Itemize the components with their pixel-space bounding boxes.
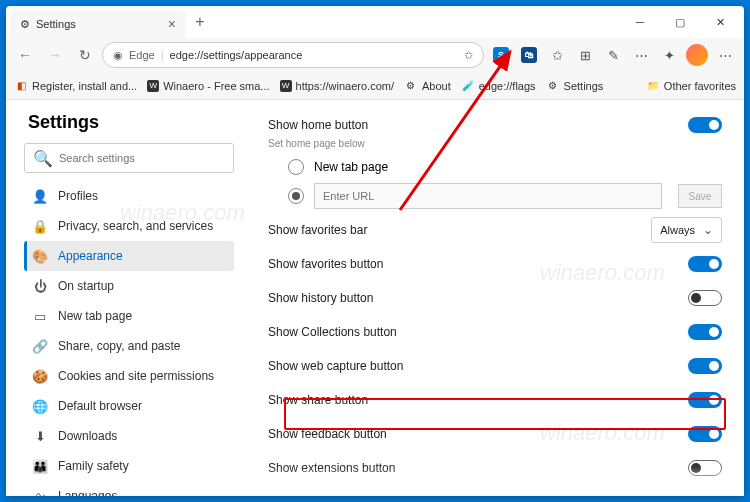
extensions-icon[interactable]: ✦ [656,42,682,68]
close-window-button[interactable]: ✕ [700,8,740,36]
sidebar-label: Family safety [58,459,129,473]
settings-title: Settings [24,112,246,133]
setting-label: Show Collections button [268,325,688,339]
minimize-button[interactable]: ─ [620,8,660,36]
bookmark-item[interactable]: 🧪edge://flags [461,79,536,93]
bookmark-item[interactable]: ⚙About [404,79,451,93]
history-icon[interactable]: ⋯ [628,42,654,68]
sidebar-label: Default browser [58,399,142,413]
home-url-input[interactable] [314,183,662,209]
toggle[interactable] [688,324,722,340]
toolbar-shopping-icon[interactable]: 🛍 [516,42,542,68]
sidebar-label: New tab page [58,309,132,323]
edge-icon: ◉ [113,49,123,62]
sidebar-item[interactable]: 👪Family safety [24,451,234,481]
setting-label: Show extensions button [268,461,688,475]
profile-avatar[interactable] [684,42,710,68]
sidebar-icon: ⬇ [32,429,48,444]
webcapture-icon[interactable]: ✎ [600,42,626,68]
sidebar-item[interactable]: 👤Profiles [24,181,234,211]
toggle-row: Show favorites button [268,247,722,281]
sidebar-item[interactable]: ▭New tab page [24,301,234,331]
titlebar: ⚙ Settings × + ─ ▢ ✕ [6,6,744,38]
sidebar-item[interactable]: ⏻On startup [24,271,234,301]
sidebar-label: Cookies and site permissions [58,369,214,383]
back-button[interactable]: ← [12,42,38,68]
setting-label: Show feedback button [268,427,688,441]
sidebar-label: Languages [58,489,117,496]
sidebar-item[interactable]: ⬇Downloads [24,421,234,451]
menu-icon[interactable]: ⋯ [712,42,738,68]
sidebar-item[interactable]: 🗛Languages [24,481,234,496]
toggle[interactable] [688,256,722,272]
sidebar-icon: 🌐 [32,399,48,414]
home-button-toggle[interactable] [688,117,722,133]
sidebar-label: Share, copy, and paste [58,339,181,353]
toggle[interactable] [688,392,722,408]
favorites-icon[interactable]: ✩ [544,42,570,68]
maximize-button[interactable]: ▢ [660,8,700,36]
sidebar-label: Appearance [58,249,123,263]
bookmark-item[interactable]: Whttps://winaero.com/ [280,80,394,92]
sidebar-icon: ▭ [32,309,48,324]
sidebar-item[interactable]: 🌐Default browser [24,391,234,421]
toggle-row: Show history button [268,281,722,315]
sidebar-icon: 🎨 [32,249,48,264]
toggle-row: Show feedback button [268,417,722,451]
sidebar-icon: 🗛 [32,489,48,497]
sidebar-item[interactable]: 🔗Share, copy, and paste [24,331,234,361]
sidebar-icon: 👪 [32,459,48,474]
settings-sidebar: Settings 🔍 👤Profiles🔒Privacy, search, an… [6,100,246,496]
setting-label: Show home button [268,118,688,132]
toggle-row: Show Collections button [268,315,722,349]
sidebar-icon: 👤 [32,189,48,204]
sidebar-icon: 🔗 [32,339,48,354]
toggle-row: Show web capture button [268,349,722,383]
other-favorites[interactable]: 📁Other favorites [646,79,736,93]
sidebar-label: Privacy, search, and services [58,219,213,233]
toolbar-skype-icon[interactable]: S [488,42,514,68]
setting-label: Show favorites bar [268,223,651,237]
search-icon: 🔍 [33,149,53,168]
favorites-bar-dropdown[interactable]: Always [651,217,722,243]
save-button[interactable]: Save [678,184,722,208]
url-field[interactable]: ◉ Edge | edge://settings/appearance ✩ [102,42,484,68]
address-bar: ← → ↻ ◉ Edge | edge://settings/appearanc… [6,38,744,72]
browser-tab[interactable]: ⚙ Settings × [10,10,186,38]
sidebar-icon: 🔒 [32,219,48,234]
sidebar-item[interactable]: 🔒Privacy, search, and services [24,211,234,241]
search-settings[interactable]: 🔍 [24,143,234,173]
toggle[interactable] [688,290,722,306]
sidebar-label: On startup [58,279,114,293]
setting-sublabel: Set home page below [268,138,722,149]
toggle[interactable] [688,460,722,476]
toggle-row: Show extensions button [268,451,722,485]
radio-newtab[interactable] [288,159,304,175]
toggle-row: Show share button [268,383,722,417]
toggle[interactable] [688,426,722,442]
sidebar-item[interactable]: 🍪Cookies and site permissions [24,361,234,391]
setting-label: Show favorites button [268,257,688,271]
search-input[interactable] [59,152,225,164]
toggle[interactable] [688,358,722,374]
sidebar-label: Downloads [58,429,117,443]
radio-url[interactable] [288,188,304,204]
bookmark-item[interactable]: ◧Register, install and... [14,79,137,93]
sidebar-item[interactable]: 🎨Appearance [24,241,234,271]
forward-button[interactable]: → [42,42,68,68]
bookmark-item[interactable]: WWinaero - Free sma... [147,80,269,92]
url-prefix: Edge [129,49,155,61]
close-tab-icon[interactable]: × [168,16,176,32]
new-tab-button[interactable]: + [186,13,214,31]
refresh-button[interactable]: ↻ [72,42,98,68]
sidebar-icon: 🍪 [32,369,48,384]
collections-icon[interactable]: ⊞ [572,42,598,68]
setting-label: Show web capture button [268,359,688,373]
sidebar-label: Profiles [58,189,98,203]
radio-label: New tab page [314,160,388,174]
setting-label: Show share button [268,393,688,407]
sidebar-icon: ⏻ [32,279,48,294]
tab-title: Settings [36,18,76,30]
bookmark-item[interactable]: ⚙Settings [546,79,604,93]
favorite-star-icon[interactable]: ✩ [464,49,473,62]
